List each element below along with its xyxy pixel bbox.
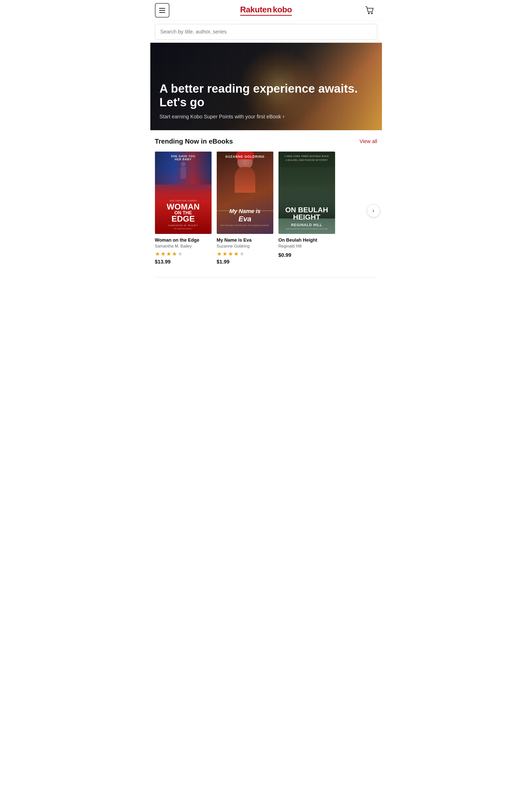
star-1-3: ★ <box>166 251 171 257</box>
menu-button[interactable] <box>155 3 169 18</box>
hero-banner: A better reading experience awaits. Let'… <box>150 43 382 130</box>
header: Rakuten kobo <box>150 0 382 21</box>
svg-point-0 <box>368 13 370 14</box>
cover2-title2: Eva <box>219 215 271 223</box>
hero-content: A better reading experience awaits. Let'… <box>160 82 373 120</box>
cover2-author-name: SUZANNE GOLDRING <box>219 155 271 159</box>
star-1-5: ★ <box>178 251 183 257</box>
book-cover-1: SHE GAVE YOU HER BABY AND THEN SHE JUMPE… <box>155 151 212 234</box>
trending-section: Trending Now in eBooks View all SHE GAVE… <box>150 130 382 270</box>
cover1-text: AND THEN SHE JUMPED WOMAN ON THE EDGE SA… <box>167 199 200 230</box>
section-divider <box>155 277 377 277</box>
cover1-line1: SHE GAVE YOU <box>155 155 212 158</box>
book-price-1: $13.99 <box>155 259 212 265</box>
cover1-top-text: SHE GAVE YOU HER BABY <box>155 155 212 161</box>
logo-underline <box>240 15 292 16</box>
book-title-3: On Beulah Height <box>278 238 335 243</box>
cover2-tagline: Your true past, a terrible price. But ke… <box>219 224 271 227</box>
logo: Rakuten kobo <box>240 5 292 16</box>
next-arrow-button[interactable]: › <box>367 204 380 217</box>
star-1-2: ★ <box>161 251 166 257</box>
cover1-author: SAMANTHA M. BAILEY <box>167 224 200 227</box>
book-title-1: Woman on the Edge <box>155 238 212 243</box>
book-stars-2: ★ ★ ★ ★ ★ <box>217 251 273 257</box>
cover1-blurb: "An explosive debut." <box>167 227 200 230</box>
book-title-2: My Name is Eva <box>217 238 273 243</box>
book-author-3: Reginald Hill <box>278 244 335 249</box>
book-cover-2: My Name is Eva Your true past, a terribl… <box>217 151 273 234</box>
logo-rakuten: Rakuten <box>240 5 272 14</box>
search-input[interactable] <box>155 24 377 39</box>
cover1-title1: WOMAN <box>167 203 200 210</box>
book-price-3: $0.99 <box>278 252 335 258</box>
menu-icon-bar2 <box>159 10 165 11</box>
cover1-figure <box>179 162 187 182</box>
cover3-title1: ON BEULAH <box>285 206 328 214</box>
book-price-2: $1.99 <box>217 259 273 265</box>
menu-icon-bar3 <box>159 12 165 13</box>
view-all-link[interactable]: View all <box>360 139 377 144</box>
star-1-4: ★ <box>172 251 177 257</box>
hero-subtitle[interactable]: Start earning Kobo Super Points with you… <box>160 113 373 120</box>
star-1-1: ★ <box>155 251 160 257</box>
cover2-title: My Name is <box>219 208 271 215</box>
hero-subtitle-text: Start earning Kobo Super Points with you… <box>160 114 281 120</box>
book-card-2[interactable]: My Name is Eva Your true past, a terribl… <box>217 151 273 265</box>
cover1-line2: HER BABY <box>155 158 212 161</box>
logo-text: Rakuten kobo <box>240 5 292 14</box>
cart-icon <box>364 5 375 16</box>
cover3-badge1: A NEW YORK TIMES NOTABLE BOOK <box>278 155 335 158</box>
svg-point-1 <box>371 13 373 14</box>
cover1-and-then: AND THEN SHE JUMPED <box>167 199 200 202</box>
star-2-4: ★ <box>234 251 239 257</box>
star-2-2: ★ <box>222 251 227 257</box>
section-title: Trending Now in eBooks <box>155 137 233 145</box>
cart-button[interactable] <box>363 3 377 18</box>
hero-title: A better reading experience awaits. Let'… <box>160 82 373 109</box>
cover3-title2: HEIGHT <box>285 214 328 221</box>
hero-chevron-icon: › <box>282 113 285 120</box>
books-container: SHE GAVE YOU HER BABY AND THEN SHE JUMPE… <box>155 151 377 270</box>
book-card-1[interactable]: SHE GAVE YOU HER BABY AND THEN SHE JUMPE… <box>155 151 212 265</box>
book-stars-1: ★ ★ ★ ★ ★ <box>155 251 212 257</box>
book-author-2: Suzanne Goldring <box>217 244 273 249</box>
menu-icon-bar1 <box>159 8 165 9</box>
cover3-text: ON BEULAH HEIGHT REGINALD HILL CWA DIAMO… <box>285 206 328 230</box>
book-cover-3: A NEW YORK TIMES NOTABLE BOOK A DALZIEL … <box>278 151 335 234</box>
star-2-5: ★ <box>239 251 244 257</box>
cover3-badge2: A DALZIEL AND PASCOE MYSTERY <box>278 159 335 162</box>
logo-kobo-text: kobo <box>273 5 292 14</box>
cover3-award: CWA DIAMOND DAGGER-WINNING AUTHOR <box>285 228 328 230</box>
section-header: Trending Now in eBooks View all <box>155 137 377 145</box>
cover2-author-top: SUZANNE GOLDRING <box>219 155 271 159</box>
star-2-1: ★ <box>217 251 222 257</box>
book-card-3[interactable]: A NEW YORK TIMES NOTABLE BOOK A DALZIEL … <box>278 151 335 265</box>
search-bar <box>155 24 377 40</box>
cover2-figure <box>230 154 260 206</box>
cover3-author: REGINALD HILL <box>285 223 328 227</box>
books-row: SHE GAVE YOU HER BABY AND THEN SHE JUMPE… <box>155 151 377 270</box>
cover3-top-text: A NEW YORK TIMES NOTABLE BOOK A DALZIEL … <box>278 155 335 162</box>
star-2-3: ★ <box>228 251 233 257</box>
cover2-text: My Name is Eva Your true past, a terribl… <box>217 206 273 229</box>
book-author-1: Samantha M. Bailey <box>155 244 212 249</box>
cover1-title3: EDGE <box>167 215 200 223</box>
